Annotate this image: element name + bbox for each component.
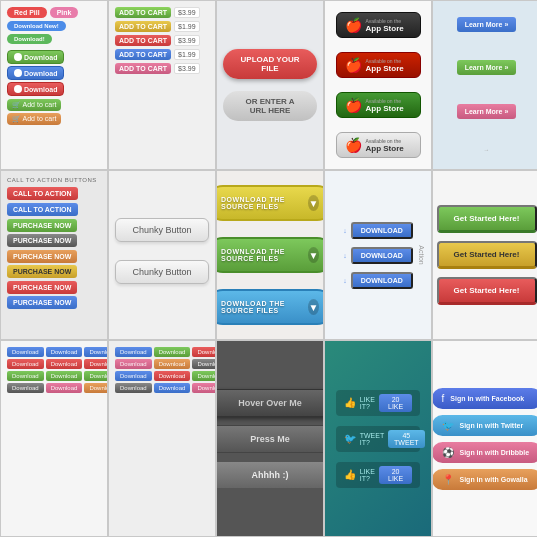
dl-small-btn-1[interactable]: DOWNLOAD bbox=[351, 222, 413, 239]
price-1: $3.99 bbox=[174, 7, 200, 18]
hover-btn[interactable]: Hover Over Me bbox=[216, 389, 324, 417]
sdl-btn-8[interactable]: Download bbox=[46, 371, 83, 381]
cta-btn-3[interactable]: PURCHASE NOW bbox=[7, 219, 77, 232]
big-dl-green-arrow: ▼ bbox=[308, 247, 319, 263]
dl-btn-red[interactable]: Download bbox=[7, 82, 64, 96]
cart-btn-orange[interactable]: 🛒 Add to cart bbox=[7, 113, 61, 125]
sdl2-btn-9[interactable]: Download bbox=[192, 371, 216, 381]
sdl2-btn-2[interactable]: Download bbox=[154, 347, 191, 357]
dl-arrow-3: ↓ bbox=[343, 277, 347, 284]
cart-price-btn-2[interactable]: ADD TO CART bbox=[115, 21, 171, 32]
appstore-red-btn[interactable]: 🍎 Available on the App Store bbox=[336, 52, 421, 78]
sdl-btn-11[interactable]: Download bbox=[46, 383, 83, 393]
big-dl-green-label: DOWNLOAD THE SOURCE FILES bbox=[221, 248, 308, 262]
learn-more-btn-2[interactable]: Learn More » bbox=[457, 60, 517, 75]
cta-btn-7[interactable]: PURCHASE NOW bbox=[7, 281, 77, 294]
sdl2-btn-10[interactable]: Download bbox=[115, 383, 152, 393]
learn-more-btn-3[interactable]: Learn More » bbox=[457, 104, 517, 119]
dl-btn-blue[interactable]: Download bbox=[7, 66, 64, 80]
press-btn[interactable]: Press Me bbox=[216, 425, 324, 453]
cta-btn-4[interactable]: PURCHASE NOW bbox=[7, 234, 77, 247]
sdl2-btn-1[interactable]: Download bbox=[115, 347, 152, 357]
appstore-green-btn[interactable]: 🍎 Available on the App Store bbox=[336, 92, 421, 118]
sdl-btn-4[interactable]: Download bbox=[7, 359, 44, 369]
sdl-btn-3[interactable]: Download bbox=[84, 347, 108, 357]
appstore-light-btn[interactable]: 🍎 Available on the App Store bbox=[336, 132, 421, 158]
dl-small-btn-2[interactable]: DOWNLOAD bbox=[351, 247, 413, 264]
appstore-label-4: App Store bbox=[366, 144, 404, 153]
cta-btn-2[interactable]: CALL TO ACTION bbox=[7, 203, 78, 216]
price-3: $3.99 bbox=[174, 35, 200, 46]
sdl2-btn-11[interactable]: Download bbox=[154, 383, 191, 393]
cell-chunky: Chunky Button Chunky Button bbox=[108, 170, 216, 340]
cart-price-btn-1[interactable]: ADD TO CART bbox=[115, 7, 171, 18]
tweet-btn[interactable]: 45 TWEET bbox=[388, 430, 425, 448]
pill-red[interactable]: Red Pill bbox=[7, 7, 47, 18]
url-button[interactable]: OR ENTER A URL HERE bbox=[223, 91, 317, 121]
sdl2-btn-5[interactable]: Download bbox=[154, 359, 191, 369]
like-icon-1: 👍 bbox=[344, 397, 356, 408]
dl-arrow-2: ↓ bbox=[343, 252, 347, 259]
cart-btn-green[interactable]: 🛒 Add to cart bbox=[7, 99, 61, 111]
cart-price-btn-3[interactable]: ADD TO CART bbox=[115, 35, 171, 46]
dl-btn-green[interactable]: Download bbox=[7, 50, 64, 64]
sdl2-btn-6[interactable]: Download bbox=[192, 359, 216, 369]
learn-more-note: → bbox=[484, 147, 490, 153]
appstore-label-3: App Store bbox=[366, 104, 404, 113]
sdl2-btn-7[interactable]: Download bbox=[115, 371, 152, 381]
gw-signin-btn[interactable]: 📍 Sign in with Gowalla bbox=[432, 469, 537, 490]
cell-appstore: 🍎 Available on the App Store 🍎 Available… bbox=[324, 0, 432, 170]
cell-pills-downloads: Red Pill Pink Download New! Download! Do… bbox=[0, 0, 108, 170]
sdl2-btn-3[interactable]: Download bbox=[192, 347, 216, 357]
get-started-red[interactable]: Get Started Here! bbox=[437, 277, 537, 305]
gw-icon: 📍 bbox=[442, 474, 454, 485]
sdl-btn-12[interactable]: Download bbox=[84, 383, 108, 393]
apple-icon-4: 🍎 bbox=[345, 137, 362, 153]
sdl-btn-1[interactable]: Download bbox=[7, 347, 44, 357]
sdl-btn-7[interactable]: Download bbox=[7, 371, 44, 381]
sdl-btn-2[interactable]: Download bbox=[46, 347, 83, 357]
appstore-label-1: App Store bbox=[366, 24, 404, 33]
sdl-btn-6[interactable]: Download bbox=[84, 359, 108, 369]
cta-btn-5[interactable]: PURCHASE NOW bbox=[7, 250, 77, 263]
get-started-green[interactable]: Get Started Here! bbox=[437, 205, 537, 233]
sdl-btn-5[interactable]: Download bbox=[46, 359, 83, 369]
pill-blue[interactable]: Download New! bbox=[7, 21, 66, 31]
like-btn-1[interactable]: 20 LIKE bbox=[379, 394, 412, 412]
sdl2-btn-12[interactable]: Download bbox=[192, 383, 216, 393]
big-dl-yellow[interactable]: DOWNLOAD THE SOURCE FILES ▼ bbox=[216, 185, 324, 221]
learn-more-btn-1[interactable]: Learn More » bbox=[457, 17, 517, 32]
get-started-yellow[interactable]: Get Started Here! bbox=[437, 241, 537, 269]
cta-title: CALL TO ACTION BUTTONS bbox=[7, 177, 97, 183]
cell-small-dl-2: Download Download Download Download Down… bbox=[108, 340, 216, 537]
cart-price-btn-5[interactable]: ADD TO CART bbox=[115, 63, 171, 74]
tw-signin-btn[interactable]: 🐦 Sign in with Twitter bbox=[432, 415, 537, 436]
chunky-btn-1[interactable]: Chunky Button bbox=[115, 218, 208, 242]
pill-green[interactable]: Download! bbox=[7, 34, 52, 44]
apple-icon-3: 🍎 bbox=[345, 97, 362, 113]
like-label-2: LIKE IT? bbox=[360, 468, 375, 482]
ahhh-btn[interactable]: Ahhhh :) bbox=[216, 461, 324, 489]
cell-get-started: Get Started Here! Get Started Here! Get … bbox=[432, 170, 537, 340]
appstore-dark-btn-1[interactable]: 🍎 Available on the App Store bbox=[336, 12, 421, 38]
dl-arrow-1: ↓ bbox=[343, 227, 347, 234]
dl-small-btn-3[interactable]: DOWNLOAD bbox=[351, 272, 413, 289]
upload-button[interactable]: UPLOAD YOUR FILE bbox=[223, 49, 317, 79]
dr-signin-label: Sign in with Dribbble bbox=[460, 449, 530, 456]
cta-btn-8[interactable]: PURCHASE NOW bbox=[7, 296, 77, 309]
cta-btn-1[interactable]: CALL TO ACTION bbox=[7, 187, 78, 200]
fb-signin-btn[interactable]: f Sign in with Facebook bbox=[432, 388, 537, 409]
sdl-btn-10[interactable]: Download bbox=[7, 383, 44, 393]
sdl-btn-9[interactable]: Download bbox=[84, 371, 108, 381]
dr-signin-btn[interactable]: ⚽ Sign in with Dribbble bbox=[432, 442, 537, 463]
cta-btn-6[interactable]: PURCHASE NOW bbox=[7, 265, 77, 278]
sdl2-btn-4[interactable]: Download bbox=[115, 359, 152, 369]
big-dl-blue[interactable]: DOWNLOAD THE SOURCE FILES ▼ bbox=[216, 289, 324, 325]
like-btn-2[interactable]: 20 LIKE bbox=[379, 466, 412, 484]
cell-social-signin: f Sign in with Facebook 🐦 Sign in with T… bbox=[432, 340, 537, 537]
pill-pink[interactable]: Pink bbox=[50, 7, 79, 18]
big-dl-green[interactable]: DOWNLOAD THE SOURCE FILES ▼ bbox=[216, 237, 324, 273]
sdl2-btn-8[interactable]: Download bbox=[154, 371, 191, 381]
chunky-btn-2[interactable]: Chunky Button bbox=[115, 260, 208, 284]
cart-price-btn-4[interactable]: ADD TO CART bbox=[115, 49, 171, 60]
